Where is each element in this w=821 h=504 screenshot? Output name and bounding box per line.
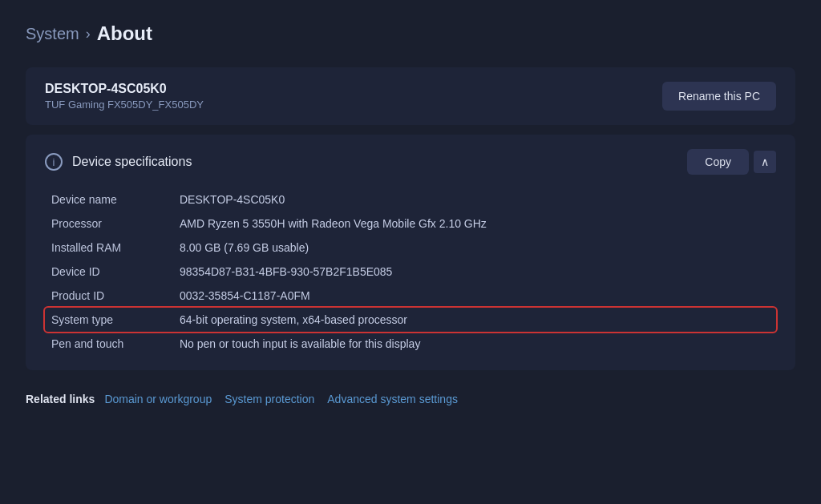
spec-value-ram: 8.00 GB (7.69 GB usable) bbox=[180, 241, 770, 254]
breadcrumb-separator-icon: › bbox=[86, 26, 91, 42]
spec-value-pen-touch: No pen or touch input is available for t… bbox=[180, 337, 770, 350]
breadcrumb-system: System bbox=[26, 25, 79, 43]
spec-row-product-id: Product ID 0032-35854-C1187-A0FM bbox=[51, 284, 770, 308]
spec-value-system-type: 64-bit operating system, x64-based proce… bbox=[180, 313, 770, 326]
spec-value-device-id: 98354D87-B31-4BFB-930-57B2F1B5E085 bbox=[180, 265, 770, 278]
device-spec-title: Device specifications bbox=[72, 155, 192, 169]
related-links-section: Related links Domain or workgroup System… bbox=[26, 383, 795, 405]
copy-button[interactable]: Copy bbox=[687, 149, 749, 175]
pc-section: DESKTOP-4SC05K0 TUF Gaming FX505DY_FX505… bbox=[26, 67, 795, 125]
related-link-domain[interactable]: Domain or workgroup bbox=[104, 393, 212, 405]
spec-row-system-type: System type 64-bit operating system, x64… bbox=[45, 308, 776, 332]
breadcrumb: System › About bbox=[26, 22, 795, 45]
info-icon: i bbox=[45, 153, 63, 171]
spec-value-device-name: DESKTOP-4SC05K0 bbox=[180, 193, 770, 206]
spec-label-device-id: Device ID bbox=[51, 265, 180, 278]
pc-model: TUF Gaming FX505DY_FX505DY bbox=[45, 99, 204, 111]
pc-info: DESKTOP-4SC05K0 TUF Gaming FX505DY_FX505… bbox=[45, 82, 204, 111]
spec-label-system-type: System type bbox=[51, 313, 180, 326]
spec-label-ram: Installed RAM bbox=[51, 241, 180, 254]
spec-label-product-id: Product ID bbox=[51, 289, 180, 302]
collapse-icon[interactable] bbox=[754, 151, 776, 173]
spec-row-processor: Processor AMD Ryzen 5 3550H with Radeon … bbox=[51, 212, 770, 236]
device-specs-header: i Device specifications Copy bbox=[45, 149, 776, 175]
spec-value-product-id: 0032-35854-C1187-A0FM bbox=[180, 289, 770, 302]
breadcrumb-about: About bbox=[97, 22, 152, 45]
related-links-label: Related links bbox=[26, 393, 95, 405]
spec-row-pen-touch: Pen and touch No pen or touch input is a… bbox=[51, 332, 770, 356]
spec-value-processor: AMD Ryzen 5 3550H with Radeon Vega Mobil… bbox=[180, 217, 770, 230]
spec-label-device-name: Device name bbox=[51, 193, 180, 206]
rename-pc-button[interactable]: Rename this PC bbox=[662, 82, 776, 111]
spec-row-device-name: Device name DESKTOP-4SC05K0 bbox=[51, 187, 770, 212]
spec-label-pen-touch: Pen and touch bbox=[51, 337, 180, 350]
spec-label-processor: Processor bbox=[51, 217, 180, 230]
device-specs-header-left: i Device specifications bbox=[45, 153, 192, 171]
spec-row-device-id: Device ID 98354D87-B31-4BFB-930-57B2F1B5… bbox=[51, 260, 770, 284]
related-link-advanced-settings[interactable]: Advanced system settings bbox=[327, 393, 458, 405]
related-link-system-protection[interactable]: System protection bbox=[224, 393, 314, 405]
device-specs-header-right: Copy bbox=[687, 149, 776, 175]
pc-name: DESKTOP-4SC05K0 bbox=[45, 82, 204, 96]
spec-row-ram: Installed RAM 8.00 GB (7.69 GB usable) bbox=[51, 236, 770, 260]
device-specs-section: i Device specifications Copy Device name… bbox=[26, 135, 795, 370]
specs-table: Device name DESKTOP-4SC05K0 Processor AM… bbox=[45, 187, 776, 356]
